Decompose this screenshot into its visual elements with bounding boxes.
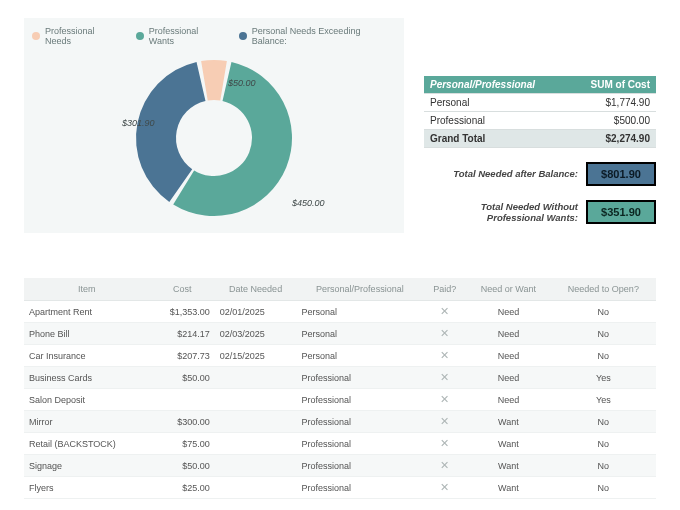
cell-pp: Professional <box>297 477 424 499</box>
cell-nw: Need <box>466 389 551 411</box>
cell-cost: $214.17 <box>150 323 215 345</box>
cell-item: Apartment Rent <box>24 301 150 323</box>
table-row: Signage$50.00Professional✕WantNo <box>24 455 656 477</box>
table-header: Date Needed <box>215 278 297 301</box>
total-after-balance-value: $801.90 <box>586 162 656 186</box>
x-icon: ✕ <box>440 327 449 340</box>
cell-nw: Need <box>466 345 551 367</box>
chart-legend: Professional NeedsProfessional WantsPers… <box>32 26 396 46</box>
cell-cost: $300.00 <box>150 411 215 433</box>
cell-nto: No <box>551 301 656 323</box>
summary-row-value: $1,774.90 <box>568 94 656 112</box>
table-header: Personal/Professional <box>297 278 424 301</box>
cell-item: Car Insurance <box>24 345 150 367</box>
cell-nw: Want <box>466 455 551 477</box>
cell-paid: ✕ <box>423 477 466 499</box>
cell-paid: ✕ <box>423 323 466 345</box>
table-row: Car Insurance$207.7302/15/2025Personal✕N… <box>24 345 656 367</box>
cell-paid: ✕ <box>423 301 466 323</box>
donut-chart-panel: Professional NeedsProfessional WantsPers… <box>24 18 404 233</box>
cell-cost: $1,353.00 <box>150 301 215 323</box>
summary-row-value: $500.00 <box>568 112 656 130</box>
x-icon: ✕ <box>440 415 449 428</box>
legend-label: Personal Needs Exceeding Balance: <box>252 26 396 46</box>
cell-item: Signage <box>24 455 150 477</box>
x-icon: ✕ <box>440 371 449 384</box>
cell-date: 02/15/2025 <box>215 345 297 367</box>
cell-paid: ✕ <box>423 345 466 367</box>
cell-nto: No <box>551 433 656 455</box>
cell-item: Business Cards <box>24 367 150 389</box>
cell-pp: Personal <box>297 301 424 323</box>
donut-chart: $50.00$450.00$301.90 <box>32 48 396 228</box>
slice-label: $50.00 <box>228 78 256 88</box>
summary-row: Professional$500.00 <box>424 112 656 130</box>
legend-label: Professional Wants <box>149 26 225 46</box>
table-header: Needed to Open? <box>551 278 656 301</box>
table-row: Mirror$300.00Professional✕WantNo <box>24 411 656 433</box>
legend-swatch <box>136 32 144 40</box>
cell-date <box>215 477 297 499</box>
table-header: Item <box>24 278 150 301</box>
cell-cost: $75.00 <box>150 433 215 455</box>
slice-label: $301.90 <box>122 118 155 128</box>
cell-date: 02/01/2025 <box>215 301 297 323</box>
cell-item: Salon Deposit <box>24 389 150 411</box>
summary-table: Personal/Professional SUM of Cost Person… <box>424 76 656 148</box>
x-icon: ✕ <box>440 349 449 362</box>
total-without-wants-label: Total Needed Without Professional Wants: <box>448 201 578 224</box>
summary-header-left: Personal/Professional <box>424 76 568 94</box>
cell-item: Mirror <box>24 411 150 433</box>
cell-nw: Need <box>466 323 551 345</box>
cell-date <box>215 455 297 477</box>
table-header: Need or Want <box>466 278 551 301</box>
expenses-table: ItemCostDate NeededPersonal/Professional… <box>24 278 656 499</box>
legend-item: Personal Needs Exceeding Balance: <box>239 26 396 46</box>
summary-row: Personal$1,774.90 <box>424 94 656 112</box>
table-row: Salon DepositProfessional✕NeedYes <box>24 389 656 411</box>
cell-nto: No <box>551 345 656 367</box>
legend-label: Professional Needs <box>45 26 122 46</box>
cell-nto: No <box>551 477 656 499</box>
table-header: Cost <box>150 278 215 301</box>
total-after-balance-label: Total Needed after Balance: <box>453 168 578 179</box>
grand-total-value: $2,274.90 <box>568 130 656 148</box>
cell-cost <box>150 389 215 411</box>
legend-swatch <box>239 32 247 40</box>
cell-cost: $50.00 <box>150 367 215 389</box>
cell-pp: Personal <box>297 345 424 367</box>
x-icon: ✕ <box>440 481 449 494</box>
cell-paid: ✕ <box>423 411 466 433</box>
x-icon: ✕ <box>440 393 449 406</box>
table-row: Apartment Rent$1,353.0002/01/2025Persona… <box>24 301 656 323</box>
cell-cost: $50.00 <box>150 455 215 477</box>
table-row: Business Cards$50.00Professional✕NeedYes <box>24 367 656 389</box>
cell-nw: Want <box>466 477 551 499</box>
cell-pp: Professional <box>297 411 424 433</box>
total-without-wants-row: Total Needed Without Professional Wants:… <box>424 200 656 224</box>
total-without-wants-value: $351.90 <box>586 200 656 224</box>
x-icon: ✕ <box>440 437 449 450</box>
cell-cost: $207.73 <box>150 345 215 367</box>
cell-item: Retail (BACKSTOCK) <box>24 433 150 455</box>
table-row: Retail (BACKSTOCK)$75.00Professional✕Wan… <box>24 433 656 455</box>
x-icon: ✕ <box>440 305 449 318</box>
summary-header-right: SUM of Cost <box>568 76 656 94</box>
cell-date <box>215 367 297 389</box>
grand-total-label: Grand Total <box>424 130 568 148</box>
cell-pp: Professional <box>297 455 424 477</box>
cell-paid: ✕ <box>423 433 466 455</box>
cell-nw: Want <box>466 411 551 433</box>
table-row: Phone Bill$214.1702/03/2025Personal✕Need… <box>24 323 656 345</box>
cell-item: Phone Bill <box>24 323 150 345</box>
slice-label: $450.00 <box>292 198 325 208</box>
cell-pp: Professional <box>297 389 424 411</box>
cell-cost: $25.00 <box>150 477 215 499</box>
cell-nto: No <box>551 455 656 477</box>
legend-item: Professional Needs <box>32 26 122 46</box>
total-after-balance-row: Total Needed after Balance: $801.90 <box>424 162 656 186</box>
cell-pp: Professional <box>297 433 424 455</box>
cell-nto: No <box>551 323 656 345</box>
summary-row-label: Professional <box>424 112 568 130</box>
cell-nto: Yes <box>551 389 656 411</box>
